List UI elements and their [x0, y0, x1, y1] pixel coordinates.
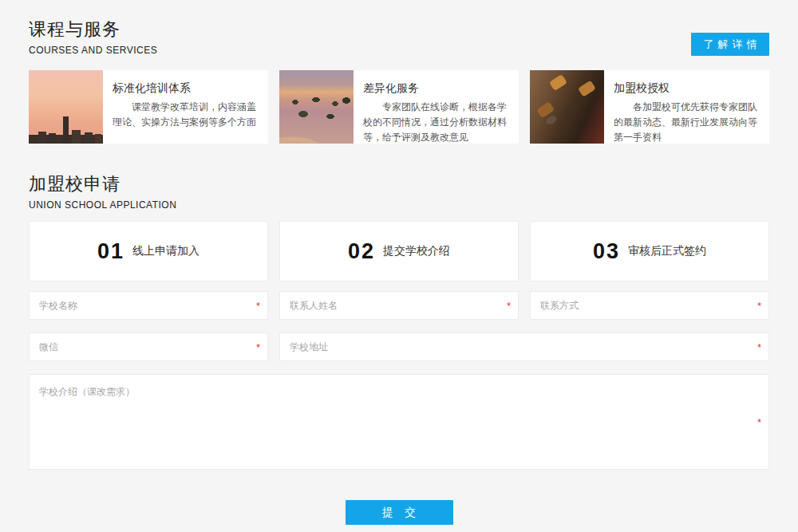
- step-number: 02: [348, 239, 375, 264]
- card-title: 差异化服务: [363, 81, 509, 96]
- application-heading: 加盟校申请 UNION SCHOOL APPLICATION: [29, 172, 176, 211]
- courses-title: 课程与服务: [29, 18, 157, 41]
- required-asterisk: *: [256, 301, 260, 311]
- application-form: * * * * * *: [29, 291, 769, 470]
- submit-button[interactable]: 提交: [346, 500, 453, 525]
- card-content: 标准化培训体系 课堂教学改革培训，内容涵盖理论、实操方法与案例等多个方面: [103, 70, 268, 144]
- page: 课程与服务 COURSES AND SERVICES 了解详情 标准化培训体系 …: [0, 0, 798, 532]
- courses-section-header: 课程与服务 COURSES AND SERVICES 了解详情: [29, 0, 769, 56]
- contact-name-field-wrap: *: [279, 291, 519, 320]
- school-intro-field-wrap: *: [29, 374, 769, 470]
- required-asterisk: *: [757, 417, 761, 428]
- required-asterisk: *: [757, 301, 761, 311]
- contact-name-input[interactable]: [280, 292, 518, 319]
- city-skyline-sunset-image: [29, 70, 103, 144]
- school-name-input[interactable]: [30, 292, 267, 319]
- required-asterisk: *: [256, 342, 260, 353]
- application-section-header: 加盟校申请 UNION SCHOOL APPLICATION: [29, 172, 769, 211]
- step-number: 03: [593, 239, 620, 264]
- step-label: 线上申请加入: [132, 244, 200, 258]
- course-card-differentiated-service: 差异化服务 专家团队在线诊断，根据各学校的不同情况，通过分析数据材料等，给予评测…: [279, 70, 519, 144]
- school-address-field-wrap: *: [279, 333, 769, 361]
- application-steps: 01 线上申请加入 02 提交学校介绍 03 审核后正式签约: [29, 221, 769, 282]
- step-label: 提交学校介绍: [383, 244, 450, 258]
- step-label: 审核后正式签约: [628, 244, 706, 258]
- contact-method-input[interactable]: [531, 292, 768, 319]
- film-strip-image: [530, 70, 604, 144]
- card-title: 标准化培训体系: [113, 81, 259, 96]
- required-asterisk: *: [757, 342, 761, 353]
- learn-more-button[interactable]: 了解详情: [691, 33, 769, 56]
- course-card-franchise-authorization: 加盟校授权 各加盟校可优先获得专家团队的最新动态、最新行业发展动向等第一手资料: [530, 70, 769, 144]
- courses-heading: 课程与服务 COURSES AND SERVICES: [29, 18, 157, 56]
- submit-row: 提交: [29, 500, 769, 525]
- card-description: 各加盟校可优先获得专家团队的最新动态、最新行业发展动向等第一手资料: [614, 100, 760, 144]
- application-title: 加盟校申请: [29, 172, 176, 196]
- course-cards: 标准化培训体系 课堂教学改革培训，内容涵盖理论、实操方法与案例等多个方面 差异化…: [29, 70, 769, 144]
- card-content: 差异化服务 专家团队在线诊断，根据各学校的不同情况，通过分析数据材料等，给予评测…: [354, 70, 519, 144]
- card-description: 专家团队在线诊断，根据各学校的不同情况，通过分析数据材料等，给予评测及教改意见: [363, 100, 509, 144]
- courses-subtitle: COURSES AND SERVICES: [29, 45, 157, 56]
- school-intro-textarea[interactable]: [30, 375, 768, 469]
- contact-method-field-wrap: *: [530, 291, 769, 320]
- course-card-standard-training: 标准化培训体系 课堂教学改革培训，内容涵盖理论、实操方法与案例等多个方面: [29, 70, 268, 144]
- card-content: 加盟校授权 各加盟校可优先获得专家团队的最新动态、最新行业发展动向等第一手资料: [604, 70, 769, 144]
- wechat-input[interactable]: [30, 333, 267, 361]
- school-name-field-wrap: *: [29, 291, 268, 320]
- step-number: 01: [97, 239, 124, 264]
- step-apply-online: 01 线上申请加入: [29, 221, 268, 282]
- card-title: 加盟校授权: [614, 81, 760, 96]
- step-sign-contract: 03 审核后正式签约: [530, 221, 769, 282]
- required-asterisk: *: [507, 301, 511, 311]
- step-submit-intro: 02 提交学校介绍: [279, 221, 519, 282]
- wechat-field-wrap: *: [29, 333, 268, 361]
- school-address-input[interactable]: [280, 333, 768, 361]
- desert-dusk-image: [279, 70, 354, 144]
- card-description: 课堂教学改革培训，内容涵盖理论、实操方法与案例等多个方面: [113, 100, 259, 130]
- application-subtitle: UNION SCHOOL APPLICATION: [29, 199, 176, 211]
